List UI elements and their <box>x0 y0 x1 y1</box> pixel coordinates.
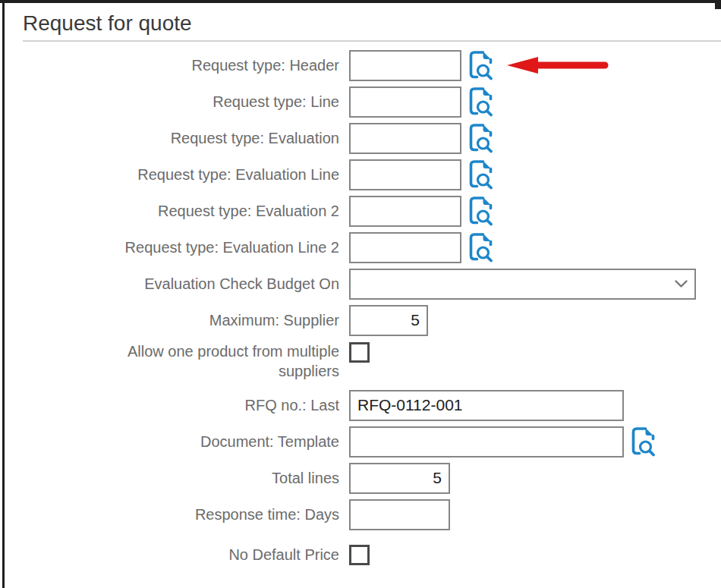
page-title: Request for quote <box>23 11 721 36</box>
form-row-evaluation-check-budget-on: Evaluation Check Budget On <box>23 269 721 300</box>
form-row-allow-one-product: Allow one product from multiple supplier… <box>23 341 721 381</box>
document-template-lookup-button[interactable] <box>628 426 656 458</box>
form-row-response-time-days: Response time: Days <box>23 499 721 530</box>
request-type-evaluation-line-input[interactable] <box>349 159 461 190</box>
form-row-request-type-evaluation: Request type: Evaluation <box>23 123 721 154</box>
request-type-evaluation-input[interactable] <box>349 123 461 154</box>
document-search-icon <box>468 123 493 153</box>
form-row-no-default-price: No Default Price <box>23 539 721 571</box>
form-panel: Request for quote Request type: Header <box>23 11 721 576</box>
form-row-request-type-header: Request type: Header <box>23 50 721 81</box>
evaluation-check-budget-on-select[interactable] <box>349 269 696 300</box>
request-for-quote-form: Request type: Header <box>23 50 721 571</box>
request-type-header-lookup-button[interactable] <box>466 50 494 81</box>
evaluation-check-budget-on-label: Evaluation Check Budget On <box>23 274 339 294</box>
total-lines-input[interactable] <box>349 463 450 494</box>
form-row-maximum-supplier: Maximum: Supplier <box>23 305 721 336</box>
request-type-line-control <box>349 86 494 118</box>
evaluation-check-budget-on-select-wrap <box>349 269 696 300</box>
request-type-evaluation-2-input[interactable] <box>349 196 461 227</box>
no-default-price-checkbox[interactable] <box>349 545 370 565</box>
request-type-header-label: Request type: Header <box>23 55 339 75</box>
form-row-request-type-evaluation-line-2: Request type: Evaluation Line 2 <box>23 232 721 263</box>
document-search-icon <box>468 232 493 263</box>
request-type-evaluation-line-control <box>349 159 494 190</box>
form-row-document-template: Document: Template <box>23 426 721 458</box>
response-time-days-label: Response time: Days <box>23 505 339 524</box>
maximum-supplier-label: Maximum: Supplier <box>23 310 339 330</box>
rfq-no-last-input[interactable] <box>349 390 624 421</box>
allow-one-product-label-line1: Allow one product from multiple <box>128 343 339 360</box>
red-arrow-icon <box>506 55 611 75</box>
request-type-evaluation-2-control <box>349 196 494 227</box>
form-row-total-lines: Total lines <box>23 463 721 494</box>
request-type-evaluation-lookup-button[interactable] <box>466 123 494 154</box>
request-type-header-input[interactable] <box>349 50 461 81</box>
evaluation-check-budget-on-control <box>349 269 696 300</box>
request-type-evaluation-line-2-control <box>349 232 494 263</box>
total-lines-control <box>349 463 450 494</box>
window-corner-mark <box>715 0 721 9</box>
allow-one-product-checkbox[interactable] <box>349 342 370 363</box>
form-row-rfq-no-last: RFQ no.: Last <box>23 390 721 421</box>
response-time-days-input[interactable] <box>349 499 450 530</box>
request-type-line-lookup-button[interactable] <box>466 86 494 118</box>
title-divider <box>23 40 721 42</box>
document-search-icon <box>630 426 656 457</box>
request-type-line-input[interactable] <box>349 86 461 118</box>
form-row-request-type-line: Request type: Line <box>23 86 721 118</box>
allow-one-product-label-line2: suppliers <box>279 363 339 379</box>
request-type-evaluation-2-label: Request type: Evaluation 2 <box>23 201 339 221</box>
document-template-control <box>349 426 656 458</box>
no-default-price-control <box>349 545 370 565</box>
allow-one-product-control <box>349 342 370 363</box>
request-type-evaluation-line-2-label: Request type: Evaluation Line 2 <box>23 237 339 257</box>
response-time-days-control <box>349 499 450 530</box>
allow-one-product-label: Allow one product from multiple supplier… <box>23 341 339 381</box>
window-top-border <box>0 0 718 3</box>
window-left-border <box>2 0 5 588</box>
form-row-request-type-evaluation-line: Request type: Evaluation Line <box>23 159 721 190</box>
document-search-icon <box>468 86 493 117</box>
form-row-request-type-evaluation-2: Request type: Evaluation 2 <box>23 196 721 227</box>
rfq-no-last-label: RFQ no.: Last <box>23 395 339 415</box>
document-search-icon <box>468 196 493 226</box>
document-template-label: Document: Template <box>23 432 339 451</box>
request-type-evaluation-2-lookup-button[interactable] <box>466 196 494 227</box>
request-type-evaluation-line-lookup-button[interactable] <box>466 159 494 190</box>
rfq-no-last-control <box>349 390 624 421</box>
request-type-evaluation-line-label: Request type: Evaluation Line <box>23 165 339 184</box>
maximum-supplier-input[interactable] <box>349 305 428 336</box>
document-template-input[interactable] <box>349 426 624 458</box>
app-window: Request for quote Request type: Header <box>0 0 721 588</box>
document-search-icon <box>468 50 493 80</box>
request-type-evaluation-control <box>349 123 494 154</box>
request-type-header-control <box>349 50 611 81</box>
maximum-supplier-control <box>349 305 428 336</box>
request-type-evaluation-label: Request type: Evaluation <box>23 128 339 148</box>
request-type-line-label: Request type: Line <box>23 92 339 112</box>
total-lines-label: Total lines <box>23 468 339 488</box>
request-type-evaluation-line-2-input[interactable] <box>349 232 461 263</box>
request-type-evaluation-line-2-lookup-button[interactable] <box>466 232 494 263</box>
document-search-icon <box>468 159 493 190</box>
no-default-price-label: No Default Price <box>23 545 339 564</box>
